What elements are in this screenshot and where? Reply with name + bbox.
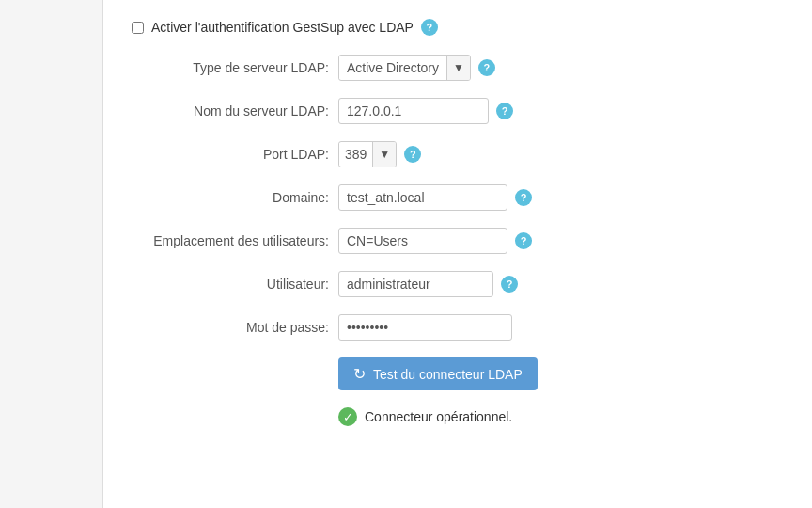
port-value: 389 — [339, 143, 372, 166]
server-name-input[interactable] — [338, 98, 489, 124]
status-row: ✓ Connecteur opérationnel. — [338, 407, 784, 426]
users-location-help-icon[interactable]: ? — [515, 232, 532, 249]
server-type-dropdown-button[interactable]: ▼ — [446, 56, 470, 80]
user-help-icon[interactable]: ? — [501, 276, 518, 293]
main-content: Activer l'authentification GestSup avec … — [103, 0, 812, 508]
activate-row: Activer l'authentification GestSup avec … — [132, 19, 784, 36]
test-button-label: Test du connecteur LDAP — [373, 367, 523, 382]
user-input[interactable] — [338, 271, 493, 297]
domain-help-icon[interactable]: ? — [515, 189, 532, 206]
refresh-icon: ↻ — [353, 365, 366, 383]
user-row: Utilisateur: ? — [132, 271, 784, 297]
password-label: Mot de passe: — [132, 320, 338, 335]
server-type-value: Active Directory — [339, 56, 446, 79]
password-row: Mot de passe: — [132, 314, 784, 341]
server-name-help-icon[interactable]: ? — [496, 103, 513, 119]
domain-label: Domaine: — [132, 190, 338, 205]
page-container: Activer l'authentification GestSup avec … — [0, 0, 812, 508]
port-row: Port LDAP: 389 ▼ ? — [132, 141, 784, 167]
server-name-label: Nom du serveur LDAP: — [132, 103, 338, 119]
activate-label: Activer l'authentification GestSup avec … — [151, 20, 414, 35]
port-help-icon[interactable]: ? — [404, 146, 421, 163]
server-type-help-icon[interactable]: ? — [478, 59, 495, 76]
port-select-wrapper: 389 ▼ — [338, 141, 397, 167]
port-label: Port LDAP: — [132, 147, 338, 162]
user-label: Utilisateur: — [132, 277, 338, 292]
status-success-icon: ✓ — [338, 407, 357, 426]
users-location-input[interactable] — [338, 228, 508, 254]
domain-row: Domaine: ? — [132, 184, 784, 211]
server-type-label: Type de serveur LDAP: — [132, 60, 338, 75]
server-type-row: Type de serveur LDAP: Active Directory ▼… — [132, 55, 784, 81]
port-dropdown-button[interactable]: ▼ — [372, 142, 396, 167]
test-ldap-button[interactable]: ↻ Test du connecteur LDAP — [338, 357, 538, 390]
domain-input[interactable] — [338, 184, 508, 211]
activate-help-icon[interactable]: ? — [421, 19, 438, 36]
users-location-row: Emplacement des utilisateurs: ? — [132, 228, 784, 254]
port-wrapper: 389 ▼ — [338, 141, 397, 167]
server-type-select-wrapper: Active Directory ▼ — [338, 55, 471, 81]
password-input[interactable] — [338, 314, 512, 341]
sidebar — [0, 0, 103, 508]
status-text: Connecteur opérationnel. — [365, 409, 512, 424]
activate-checkbox[interactable] — [132, 22, 144, 34]
users-location-label: Emplacement des utilisateurs: — [132, 233, 338, 248]
server-name-row: Nom du serveur LDAP: ? — [132, 98, 784, 124]
